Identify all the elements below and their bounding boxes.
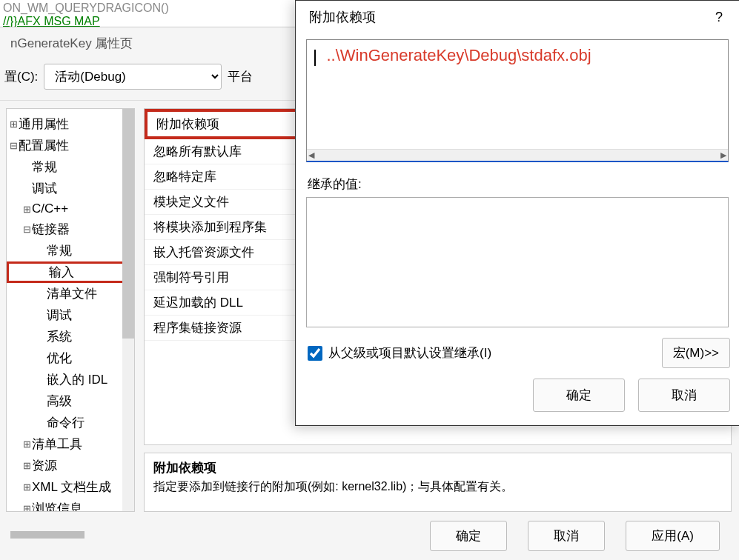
tree-item[interactable]: 常规 [7,240,134,261]
tree-item[interactable]: ⊞资源 [7,455,134,476]
description-box: 附加依赖项 指定要添加到链接行的附加项(例如: kernel32.lib)；与具… [144,453,732,512]
tree-item-label: C/C++ [32,201,68,216]
tree-item-label: 输入 [49,264,74,281]
deps-edit-box[interactable]: ..\WinGenerateKey\Debug\stdafx.obj ◀ ▶ [306,39,729,162]
tree-item[interactable]: ⊞C/C++ [7,199,134,219]
tree-item-label: XML 文档生成 [32,479,111,496]
tree-item-label: 链接器 [32,221,70,238]
tree-item-label: 高级 [47,393,72,410]
tree-item-label: 调试 [47,307,72,324]
dialog-buttons: 确定 取消 应用(A) [411,512,739,560]
config-select[interactable]: 活动(Debug) [44,64,222,90]
inherit-checkbox[interactable] [308,346,322,361]
tree-item[interactable]: ⊞XML 文档生成 [7,476,134,498]
tree-item[interactable]: ⊞浏览信息 [7,498,134,512]
tree-item[interactable]: 清单文件 [7,283,134,304]
tree-item-label: 系统 [47,328,72,345]
expander-icon[interactable]: ⊞ [21,204,32,215]
scroll-left-icon[interactable]: ◀ [308,150,314,160]
tree-item-label: 优化 [47,350,72,367]
tree-item-label: 配置属性 [19,137,69,154]
tree-item-label: 常规 [32,159,57,176]
inherit-values-box[interactable] [306,197,729,327]
help-icon[interactable]: ? [715,10,723,25]
description-text: 指定要添加到链接行的附加项(例如: kernel32.lib)；与具体配置有关。 [153,479,722,495]
tree-item[interactable]: 输入 [7,261,134,283]
platform-label: 平台 [228,68,253,85]
tree-item[interactable]: 高级 [7,390,134,412]
tree-item[interactable]: 调试 [7,178,134,199]
tree-item[interactable]: 调试 [7,304,134,326]
tree-item[interactable]: ⊞清单工具 [7,433,134,455]
expander-icon[interactable]: ⊞ [21,481,32,493]
popup-titlebar: 附加依赖项 ? [296,1,739,33]
tree-item[interactable]: 嵌入的 IDL [7,369,134,390]
apply-button[interactable]: 应用(A) [626,521,720,551]
edit-hscrollbar[interactable]: ◀ ▶ [307,149,728,161]
popup-action-buttons: 确定 取消 [296,379,739,425]
scrollbar-thumb[interactable] [122,109,134,339]
category-tree[interactable]: ⊞通用属性⊟配置属性常规调试⊞C/C++⊟链接器常规输入清单文件调试系统优化嵌入… [6,108,135,512]
macro-button[interactable]: 宏(M)>> [662,338,730,368]
scroll-right-icon[interactable]: ▶ [720,150,726,160]
tree-item[interactable]: 系统 [7,326,134,347]
popup-bottom-row: 从父级或项目默认设置继承(I) 宏(M)>> [296,327,739,379]
additional-deps-popup: 附加依赖项 ? ..\WinGenerateKey\Debug\stdafx.o… [295,0,739,426]
tree-item[interactable]: 常规 [7,156,134,178]
tree-item-label: 浏览信息 [32,500,82,512]
tree-item-label: 嵌入的 IDL [47,371,107,388]
ok-button[interactable]: 确定 [430,521,507,551]
expander-icon[interactable]: ⊞ [21,503,32,512]
tree-item-label: 清单文件 [47,285,97,302]
config-label: 置(C): [4,68,38,85]
tree-item-label: 清单工具 [32,436,82,453]
expander-icon[interactable]: ⊟ [8,140,19,151]
tree-scrollbar[interactable] [122,109,134,511]
tree-item[interactable]: ⊞通用属性 [7,113,134,135]
deps-path-value: ..\WinGenerateKey\Debug\stdafx.obj [326,46,591,64]
text-caret [314,50,316,66]
expander-icon[interactable]: ⊟ [21,224,32,235]
expander-icon[interactable]: ⊞ [21,460,32,471]
tree-item[interactable]: 命令行 [7,412,134,433]
popup-ok-button[interactable]: 确定 [533,379,625,412]
popup-title-text: 附加依赖项 [309,8,376,26]
inherit-checkbox-label: 从父级或项目默认设置继承(I) [328,344,491,361]
tree-item[interactable]: 优化 [7,347,134,369]
expander-icon[interactable]: ⊞ [21,439,32,450]
popup-cancel-button[interactable]: 取消 [638,379,730,412]
inherit-checkbox-row[interactable]: 从父级或项目默认设置继承(I) [308,344,491,361]
tree-item[interactable]: ⊟配置属性 [7,135,134,156]
cancel-button[interactable]: 取消 [528,521,605,551]
tree-item-label: 命令行 [47,414,84,431]
tree-item[interactable]: ⊟链接器 [7,219,134,240]
expander-icon[interactable]: ⊞ [8,119,19,130]
horizontal-scroll-thumb[interactable] [10,531,84,539]
description-title: 附加依赖项 [153,459,722,476]
tree-item-label: 常规 [47,242,72,259]
tree-item-label: 资源 [32,457,57,474]
tree-item-label: 通用属性 [19,116,69,133]
tree-item-label: 调试 [32,180,57,197]
inherit-values-label: 继承的值: [308,176,727,193]
